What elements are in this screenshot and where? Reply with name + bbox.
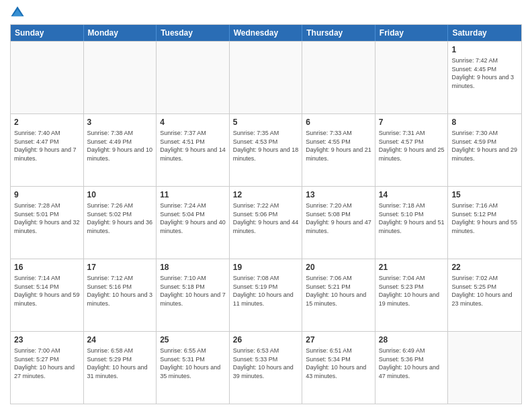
day-info: Sunrise: 7:16 AM Sunset: 5:12 PM Dayligh… — [451, 201, 518, 235]
calendar-cell: 25Sunrise: 6:55 AM Sunset: 5:31 PM Dayli… — [157, 332, 230, 404]
day-info: Sunrise: 7:04 AM Sunset: 5:23 PM Dayligh… — [379, 274, 445, 308]
calendar-week: 2Sunrise: 7:40 AM Sunset: 4:47 PM Daylig… — [11, 113, 521, 186]
logo — [10, 7, 26, 20]
day-number: 3 — [87, 117, 153, 128]
calendar-cell: 6Sunrise: 7:33 AM Sunset: 4:55 PM Daylig… — [302, 114, 375, 186]
day-number: 27 — [306, 334, 371, 345]
calendar-cell: 21Sunrise: 7:04 AM Sunset: 5:23 PM Dayli… — [375, 259, 449, 331]
calendar-header-cell: Thursday — [302, 25, 375, 41]
day-info: Sunrise: 7:26 AM Sunset: 5:02 PM Dayligh… — [87, 201, 153, 235]
day-info: Sunrise: 7:08 AM Sunset: 5:19 PM Dayligh… — [233, 274, 299, 308]
day-info: Sunrise: 7:24 AM Sunset: 5:04 PM Dayligh… — [160, 201, 226, 235]
day-info: Sunrise: 7:28 AM Sunset: 5:01 PM Dayligh… — [14, 201, 80, 235]
calendar-cell: 18Sunrise: 7:10 AM Sunset: 5:18 PM Dayli… — [157, 259, 230, 331]
day-number: 26 — [233, 334, 299, 345]
day-info: Sunrise: 7:38 AM Sunset: 4:49 PM Dayligh… — [87, 129, 153, 163]
calendar-cell: 12Sunrise: 7:22 AM Sunset: 5:06 PM Dayli… — [230, 187, 303, 259]
calendar-cell — [157, 42, 230, 113]
calendar-body: 1Sunrise: 7:42 AM Sunset: 4:45 PM Daylig… — [11, 41, 521, 404]
calendar-cell: 4Sunrise: 7:37 AM Sunset: 4:51 PM Daylig… — [157, 114, 230, 186]
calendar-cell: 15Sunrise: 7:16 AM Sunset: 5:12 PM Dayli… — [448, 187, 521, 259]
calendar-cell: 3Sunrise: 7:38 AM Sunset: 4:49 PM Daylig… — [84, 114, 157, 186]
day-number: 11 — [160, 189, 226, 200]
day-info: Sunrise: 7:14 AM Sunset: 5:14 PM Dayligh… — [14, 274, 80, 308]
day-number: 9 — [14, 189, 80, 200]
calendar-cell — [11, 42, 84, 113]
calendar-cell: 26Sunrise: 6:53 AM Sunset: 5:33 PM Dayli… — [230, 332, 303, 404]
day-number: 23 — [14, 334, 80, 345]
day-info: Sunrise: 7:06 AM Sunset: 5:21 PM Dayligh… — [306, 274, 371, 308]
calendar-header-cell: Friday — [375, 25, 449, 41]
calendar-cell — [448, 332, 521, 404]
day-number: 22 — [451, 262, 518, 273]
calendar-cell: 14Sunrise: 7:18 AM Sunset: 5:10 PM Dayli… — [375, 187, 449, 259]
day-number: 2 — [14, 117, 80, 128]
header — [10, 7, 522, 20]
day-number: 10 — [87, 189, 153, 200]
calendar-cell: 1Sunrise: 7:42 AM Sunset: 4:45 PM Daylig… — [448, 42, 521, 113]
day-number: 13 — [306, 189, 371, 200]
calendar-header-cell: Sunday — [11, 25, 84, 41]
day-number: 1 — [451, 44, 518, 55]
calendar-cell: 10Sunrise: 7:26 AM Sunset: 5:02 PM Dayli… — [84, 187, 157, 259]
day-number: 25 — [160, 334, 226, 345]
day-info: Sunrise: 7:37 AM Sunset: 4:51 PM Dayligh… — [160, 129, 226, 163]
day-info: Sunrise: 7:31 AM Sunset: 4:57 PM Dayligh… — [379, 129, 445, 163]
day-info: Sunrise: 7:18 AM Sunset: 5:10 PM Dayligh… — [379, 201, 445, 235]
day-number: 28 — [379, 334, 445, 345]
calendar-cell: 24Sunrise: 6:58 AM Sunset: 5:29 PM Dayli… — [84, 332, 157, 404]
logo-icon — [10, 5, 25, 20]
day-number: 21 — [379, 262, 445, 273]
day-info: Sunrise: 7:30 AM Sunset: 4:59 PM Dayligh… — [451, 129, 518, 163]
day-info: Sunrise: 6:49 AM Sunset: 5:36 PM Dayligh… — [379, 347, 445, 380]
calendar-header-cell: Tuesday — [157, 25, 230, 41]
day-number: 19 — [233, 262, 299, 273]
calendar-cell — [302, 42, 375, 113]
calendar-cell: 8Sunrise: 7:30 AM Sunset: 4:59 PM Daylig… — [448, 114, 521, 186]
day-number: 5 — [233, 117, 299, 128]
day-number: 18 — [160, 262, 226, 273]
calendar-cell: 11Sunrise: 7:24 AM Sunset: 5:04 PM Dayli… — [157, 187, 230, 259]
calendar-cell: 17Sunrise: 7:12 AM Sunset: 5:16 PM Dayli… — [84, 259, 157, 331]
day-number: 16 — [14, 262, 80, 273]
calendar-week: 1Sunrise: 7:42 AM Sunset: 4:45 PM Daylig… — [11, 41, 521, 113]
calendar-header-cell: Monday — [84, 25, 157, 41]
day-info: Sunrise: 6:51 AM Sunset: 5:34 PM Dayligh… — [306, 347, 371, 380]
calendar-cell — [230, 42, 303, 113]
day-number: 14 — [379, 189, 445, 200]
day-info: Sunrise: 7:10 AM Sunset: 5:18 PM Dayligh… — [160, 274, 226, 308]
day-info: Sunrise: 7:40 AM Sunset: 4:47 PM Dayligh… — [14, 129, 80, 163]
day-number: 20 — [306, 262, 371, 273]
day-info: Sunrise: 7:20 AM Sunset: 5:08 PM Dayligh… — [306, 201, 371, 235]
calendar-cell: 16Sunrise: 7:14 AM Sunset: 5:14 PM Dayli… — [11, 259, 84, 331]
day-number: 7 — [379, 117, 445, 128]
calendar-week: 9Sunrise: 7:28 AM Sunset: 5:01 PM Daylig… — [11, 186, 521, 259]
day-number: 8 — [451, 117, 518, 128]
day-info: Sunrise: 7:42 AM Sunset: 4:45 PM Dayligh… — [451, 56, 518, 90]
calendar-cell: 22Sunrise: 7:02 AM Sunset: 5:25 PM Dayli… — [448, 259, 521, 331]
day-info: Sunrise: 6:58 AM Sunset: 5:29 PM Dayligh… — [87, 347, 153, 380]
day-number: 12 — [233, 189, 299, 200]
day-info: Sunrise: 7:33 AM Sunset: 4:55 PM Dayligh… — [306, 129, 371, 163]
calendar-header: SundayMondayTuesdayWednesdayThursdayFrid… — [11, 25, 521, 41]
day-info: Sunrise: 6:53 AM Sunset: 5:33 PM Dayligh… — [233, 347, 299, 380]
calendar-week: 16Sunrise: 7:14 AM Sunset: 5:14 PM Dayli… — [11, 259, 521, 331]
day-number: 24 — [87, 334, 153, 345]
calendar-cell — [375, 42, 449, 113]
calendar-cell: 2Sunrise: 7:40 AM Sunset: 4:47 PM Daylig… — [11, 114, 84, 186]
calendar-cell: 23Sunrise: 7:00 AM Sunset: 5:27 PM Dayli… — [11, 332, 84, 404]
day-number: 15 — [451, 189, 518, 200]
calendar-header-cell: Wednesday — [230, 25, 303, 41]
calendar-cell — [84, 42, 157, 113]
calendar-cell: 7Sunrise: 7:31 AM Sunset: 4:57 PM Daylig… — [375, 114, 449, 186]
calendar-cell: 13Sunrise: 7:20 AM Sunset: 5:08 PM Dayli… — [302, 187, 375, 259]
day-number: 4 — [160, 117, 226, 128]
calendar-cell: 27Sunrise: 6:51 AM Sunset: 5:34 PM Dayli… — [302, 332, 375, 404]
day-info: Sunrise: 6:55 AM Sunset: 5:31 PM Dayligh… — [160, 347, 226, 380]
day-number: 6 — [306, 117, 371, 128]
day-info: Sunrise: 7:35 AM Sunset: 4:53 PM Dayligh… — [233, 129, 299, 163]
calendar-week: 23Sunrise: 7:00 AM Sunset: 5:27 PM Dayli… — [11, 331, 521, 404]
calendar-cell: 19Sunrise: 7:08 AM Sunset: 5:19 PM Dayli… — [230, 259, 303, 331]
calendar-cell: 20Sunrise: 7:06 AM Sunset: 5:21 PM Dayli… — [302, 259, 375, 331]
page: SundayMondayTuesdayWednesdayThursdayFrid… — [0, 0, 532, 411]
